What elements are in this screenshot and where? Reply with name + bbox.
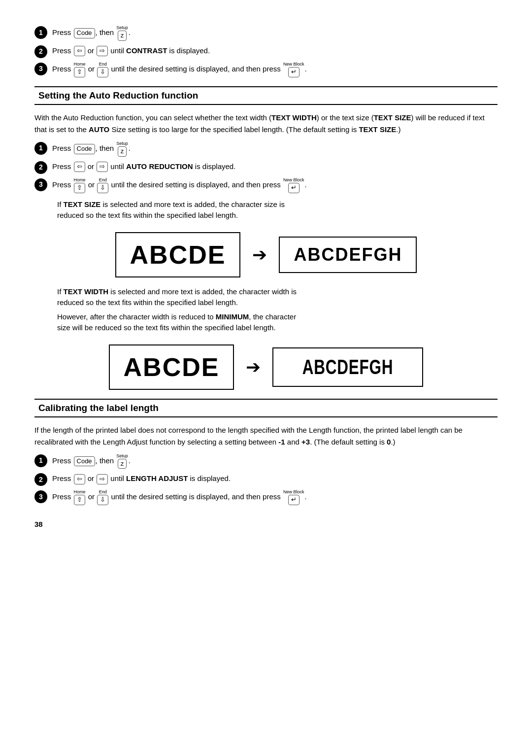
page-number: 38: [34, 520, 498, 528]
arrow-icon: ➔: [252, 244, 267, 265]
calibrating-body: If the length of the printed label does …: [34, 424, 498, 448]
home-label: Home: [74, 178, 86, 182]
auto-reduction-header: Setting the Auto Reduction function: [34, 86, 498, 105]
up-key: ⇧: [74, 183, 85, 193]
auto-reduction-title: Setting the Auto Reduction function: [38, 90, 494, 101]
right-arrow-key: ⇨: [97, 46, 108, 56]
newblock-label: New Block: [283, 62, 304, 67]
step-item: 2 Press ⇦ or ⇨ until LENGTH ADJUST is di…: [34, 473, 498, 486]
right-arrow-key: ⇨: [97, 474, 108, 484]
step-item: 3 Press Home ⇧ or End ⇩ until the desire…: [34, 178, 498, 193]
bold-textsize: TEXT SIZE: [64, 200, 101, 208]
enter-key: ↵: [288, 495, 299, 505]
calibrating-title: Calibrating the label length: [38, 403, 494, 413]
down-key: ⇩: [97, 183, 108, 193]
step-content: Press Code, then Setup z .: [52, 141, 498, 157]
step-number: 1: [34, 26, 47, 39]
note-text-width-2: However, after the character width is re…: [57, 311, 498, 334]
down-key: ⇩: [97, 495, 108, 505]
step-content: Press Home ⇧ or End ⇩ until the desired …: [52, 490, 498, 505]
end-label: End: [99, 490, 107, 494]
home-label: Home: [74, 62, 86, 67]
diagram1-right-text: ABCDEFGH: [294, 244, 402, 265]
arrow-icon2: ➔: [246, 357, 261, 378]
z-setup-key: Setup z: [116, 454, 128, 469]
bold-minus1: -1: [278, 438, 285, 446]
setup-label: Setup: [116, 141, 128, 146]
auto-reduction-bold: AUTO REDUCTION: [126, 162, 193, 171]
label-box-left: ABCDE: [115, 232, 241, 277]
bold-textwidth: TEXT WIDTH: [64, 287, 109, 296]
auto-reduction-body: With the Auto Reduction function, you ca…: [34, 112, 498, 136]
step-number: 2: [34, 45, 47, 58]
bold-zero: 0: [387, 438, 391, 446]
end-label: End: [99, 62, 107, 67]
bold-text-size: TEXT SIZE: [374, 113, 411, 122]
bold-plus3: +3: [301, 438, 310, 446]
label-box-right2: ABCDEFGH: [272, 347, 423, 387]
up-key: ⇧: [74, 495, 85, 505]
diagram-text-size: ABCDE ➔ ABCDEFGH: [34, 232, 498, 277]
z-key: z: [118, 459, 127, 469]
step-item: 1 Press Code, then Setup z .: [34, 141, 498, 157]
step-content: Press ⇦ or ⇨ until AUTO REDUCTION is dis…: [52, 161, 498, 172]
label-box-left2: ABCDE: [109, 344, 234, 390]
home-up-key: Home ⇧: [74, 178, 86, 193]
step-number: 1: [34, 454, 47, 467]
step-number: 3: [34, 63, 47, 75]
step-item: 1 Press Code, then Setup z .: [34, 26, 498, 41]
label-box-right: ABCDEFGH: [279, 237, 417, 273]
diagram2-right-text: ABCDEFGH: [302, 355, 394, 379]
code-key: Code: [74, 28, 95, 38]
home-up-key: Home ⇧: [74, 62, 86, 77]
home-label: Home: [74, 490, 86, 494]
enter-key: ↵: [288, 67, 299, 77]
newblock-label: New Block: [283, 490, 304, 494]
z-key: z: [118, 31, 127, 41]
bold-auto: AUTO: [89, 125, 109, 134]
end-down-key: End ⇩: [97, 490, 108, 505]
z-setup-key: Setup z: [116, 26, 128, 41]
bold-text-width: TEXT WIDTH: [271, 113, 317, 122]
step-content: Press Code, then Setup z .: [52, 454, 498, 469]
step-number: 2: [34, 473, 47, 486]
left-arrow-key: ⇦: [74, 162, 85, 172]
step-content: Press Code, then Setup z .: [52, 26, 498, 41]
right-arrow-key: ⇨: [97, 162, 108, 172]
length-adjust-bold: LENGTH ADJUST: [126, 474, 188, 482]
code-key: Code: [74, 456, 95, 467]
left-arrow-key: ⇦: [74, 474, 85, 484]
setup-label: Setup: [116, 454, 128, 458]
end-label: End: [99, 178, 107, 182]
step-number: 3: [34, 490, 47, 503]
calibrating-header: Calibrating the label length: [34, 399, 498, 417]
step-content: Press ⇦ or ⇨ until LENGTH ADJUST is disp…: [52, 473, 498, 484]
step-item: 3 Press Home ⇧ or End ⇩ until the desire…: [34, 490, 498, 505]
step-content: Press Home ⇧ or End ⇩ until the desired …: [52, 62, 498, 77]
up-key: ⇧: [74, 67, 85, 77]
newblock-enter-key: New Block ↵: [283, 178, 304, 193]
enter-key: ↵: [288, 183, 299, 193]
bold-text-size2: TEXT SIZE: [359, 125, 396, 134]
step-item: 2 Press ⇦ or ⇨ until CONTRAST is display…: [34, 45, 498, 58]
diagram2-left-text: ABCDE: [124, 352, 220, 382]
z-key: z: [118, 146, 127, 157]
contrast-steps: 1 Press Code, then Setup z . 2 Press ⇦ o…: [34, 26, 498, 77]
end-down-key: End ⇩: [97, 178, 108, 193]
step-item: 2 Press ⇦ or ⇨ until AUTO REDUCTION is d…: [34, 161, 498, 174]
calibrating-steps: 1 Press Code, then Setup z . 2 Press ⇦ o…: [34, 454, 498, 506]
step-content: Press Home ⇧ or End ⇩ until the desired …: [52, 178, 498, 193]
down-key: ⇩: [97, 67, 108, 77]
newblock-label: New Block: [283, 178, 304, 182]
note-text-width-1: If TEXT WIDTH is selected and more text …: [57, 286, 498, 309]
end-down-key: End ⇩: [97, 62, 108, 77]
step-item: 3 Press Home ⇧ or End ⇩ until the desire…: [34, 62, 498, 77]
step-number: 1: [34, 142, 47, 155]
bold-minimum: MINIMUM: [216, 312, 249, 321]
left-arrow-key: ⇦: [74, 46, 85, 56]
z-setup-key: Setup z: [116, 141, 128, 157]
note-text-size: If TEXT SIZE is selected and more text i…: [57, 199, 498, 221]
newblock-enter-key: New Block ↵: [283, 490, 304, 505]
step-item: 1 Press Code, then Setup z .: [34, 454, 498, 469]
diagram1-left-text: ABCDE: [130, 240, 226, 270]
